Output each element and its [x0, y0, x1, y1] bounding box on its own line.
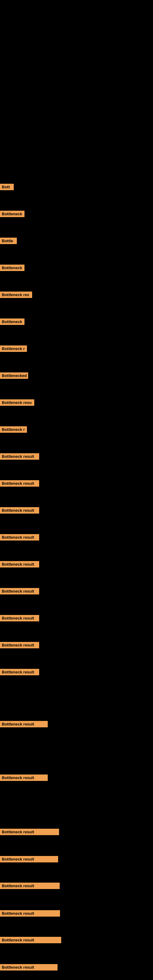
bottleneck-label: Bott: [0, 184, 14, 190]
chart-area: [0, 5, 153, 183]
bottleneck-item: Bottleneck result: [0, 479, 39, 488]
bottleneck-item: Bottle: [0, 236, 17, 245]
bottleneck-label: Bottleneck r: [0, 345, 27, 352]
bottleneck-item: Bottleneck: [0, 210, 24, 218]
bottleneck-item: Bottleneck result: [0, 935, 61, 944]
bottleneck-item: Bottleneck result: [0, 881, 60, 890]
bottleneck-label: Bottleneck result: [0, 534, 39, 541]
bottleneck-item: Bott: [0, 183, 14, 191]
bottleneck-label: Bottleneck result: [0, 829, 59, 835]
bottleneck-label: Bottleneck result: [0, 964, 57, 970]
bottleneck-label: Bottleneck result: [0, 453, 39, 460]
bottleneck-item: Bottlenecked: [0, 371, 28, 380]
bottleneck-item: Bottleneck r: [0, 344, 27, 353]
bottleneck-item: Bottleneck result: [0, 587, 39, 595]
bottleneck-label: Bottleneck result: [0, 561, 39, 568]
bottleneck-item: Bottleneck res: [0, 290, 32, 299]
bottleneck-label: Bottleneck resu: [0, 399, 34, 406]
bottleneck-label: Bottleneck result: [0, 883, 60, 889]
bottleneck-item: Bottleneck result: [0, 668, 39, 676]
bottleneck-label: Bottleneck result: [0, 775, 48, 781]
bottleneck-item: Bottleneck result: [0, 720, 48, 728]
bottleneck-item: Bottleneck result: [0, 560, 39, 568]
bottleneck-item: Bottleneck result: [0, 614, 39, 622]
bottleneck-label: Bottleneck result: [0, 937, 61, 943]
bottleneck-label: Bottleneck result: [0, 480, 39, 487]
bottleneck-item: Bottleneck resu: [0, 398, 34, 407]
bottleneck-item: Bottleneck result: [0, 506, 39, 514]
bottleneck-item: Bottleneck result: [0, 855, 58, 863]
bottleneck-item: Bottleneck result: [0, 641, 39, 649]
bottleneck-label: Bottleneck result: [0, 910, 60, 916]
bottleneck-label: Bottleneck result: [0, 721, 48, 727]
bottleneck-label: Bottleneck result: [0, 507, 39, 514]
bottleneck-label: Bottle: [0, 238, 17, 244]
bottleneck-item: Bottleneck result: [0, 963, 57, 971]
bottleneck-item: Bottleneck result: [0, 827, 59, 836]
bottleneck-label: Bottleneck res: [0, 291, 32, 298]
bottleneck-label: Bottleneck result: [0, 588, 39, 595]
bottleneck-item: Bottleneck: [0, 317, 24, 326]
bottleneck-label: Bottleneck result: [0, 642, 39, 648]
bottleneck-item: Bottleneck result: [0, 773, 48, 782]
bottleneck-item: Bottleneck result: [0, 452, 39, 461]
bottleneck-label: Bottleneck result: [0, 856, 58, 862]
site-title: [0, 0, 153, 5]
bottleneck-label: Bottleneck: [0, 211, 24, 217]
bottleneck-label: Bottleneck r: [0, 426, 27, 433]
bottleneck-label: Bottlenecked: [0, 372, 28, 379]
bottleneck-label: Bottleneck result: [0, 615, 39, 621]
bottleneck-container: BottBottleneckBottleBottleneckBottleneck…: [0, 183, 153, 980]
bottleneck-item: Bottleneck r: [0, 425, 27, 434]
bottleneck-label: Bottleneck: [0, 265, 24, 271]
bottleneck-item: Bottleneck result: [0, 533, 39, 541]
bottleneck-label: Bottleneck: [0, 318, 24, 325]
bottleneck-label: Bottleneck result: [0, 669, 39, 675]
bottleneck-item: Bottleneck result: [0, 909, 60, 918]
bottleneck-item: Bottleneck: [0, 263, 24, 272]
